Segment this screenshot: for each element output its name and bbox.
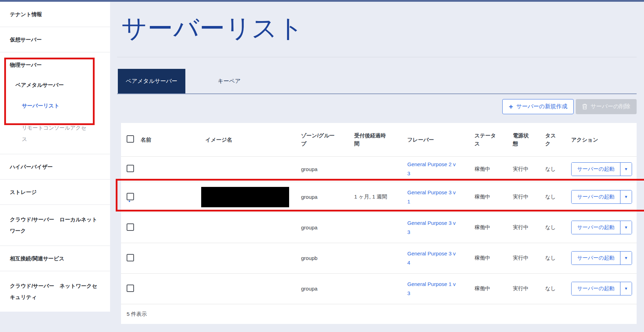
select-all-checkbox[interactable] <box>127 135 134 143</box>
cell-elapsed <box>354 243 407 273</box>
cell-status: 稼働中 <box>474 182 513 212</box>
row-checkbox[interactable] <box>127 285 134 292</box>
delete-server-button[interactable]: サーバーの削除 <box>576 99 637 114</box>
sidebar-item-baremetal-server[interactable]: ベアメタルサーバー <box>0 82 100 88</box>
cell-power: 実行中 <box>513 243 545 273</box>
header-status: ステータス <box>474 131 498 148</box>
cell-zone: groupa <box>301 212 354 243</box>
cell-action: サーバーの起動 ▼ <box>571 182 637 212</box>
server-start-button[interactable]: サーバーの起動 <box>572 282 620 295</box>
sidebar-item-server-list[interactable]: サーバーリスト <box>0 102 100 109</box>
flavor-link[interactable]: 1 <box>407 197 466 206</box>
cell-task: なし <box>545 273 571 304</box>
cell-task: なし <box>545 156 571 182</box>
caret-down-icon: ▼ <box>624 287 628 291</box>
row-checkbox[interactable] <box>127 165 134 172</box>
redacted-image-name <box>201 187 289 207</box>
cell-zone: groupa <box>301 156 354 182</box>
flavor-link[interactable]: General Purpose 2 v <box>407 160 466 169</box>
server-start-button[interactable]: サーバーの起動 <box>572 190 620 203</box>
cell-power: 実行中 <box>513 273 545 304</box>
header-power-state: 電源状態 <box>513 131 531 148</box>
cell-status: 稼働中 <box>474 273 513 304</box>
row-checkbox[interactable] <box>127 223 134 231</box>
sidebar-section: ハイパーバイザー <box>0 154 110 180</box>
cell-zone: groupa <box>301 182 354 212</box>
table-row: groupa General Purpose 1 v 3 稼働中 実行中 なし … <box>121 273 637 304</box>
action-dropdown-button[interactable]: ▼ <box>620 252 632 265</box>
server-start-button[interactable]: サーバーの起動 <box>572 221 620 234</box>
cell-elapsed <box>354 212 407 243</box>
cell-status: 稼働中 <box>474 212 513 243</box>
server-start-button[interactable]: サーバーの起動 <box>572 252 620 265</box>
create-server-button[interactable]: + サーバーの新規作成 <box>502 99 573 114</box>
flavor-link[interactable]: 3 <box>407 228 466 237</box>
sidebar-section: 物理サーバー ベアメタルサーバー サーバーリスト リモートコンソールアクセス <box>0 52 110 154</box>
sidebar-item-interconnect-services[interactable]: 相互接続/関連サービス <box>0 255 100 262</box>
sidebar-item-remote-console-access[interactable]: リモートコンソールアクセス <box>0 122 88 145</box>
cell-status: 稼働中 <box>474 243 513 273</box>
cell-name <box>141 212 205 243</box>
table-row: groupa General Purpose 2 v 3 稼働中 実行中 なし … <box>121 156 637 182</box>
cell-flavor: General Purpose 3 v 3 <box>407 212 474 243</box>
cell-flavor: General Purpose 3 v 1 <box>407 182 474 212</box>
sidebar-item-network-security[interactable]: クラウド/サーバー ネットワークセキュリティ <box>0 280 100 303</box>
caret-down-icon: ▼ <box>624 226 628 229</box>
cell-elapsed <box>354 156 407 182</box>
server-table: 名前 イメージ名 ゾーン/グループ 受付後経過時間 フレーバー ステータス 電源… <box>121 123 637 304</box>
cell-elapsed: 1 ヶ月, 1 週間 <box>354 182 407 212</box>
delete-server-label: サーバーの削除 <box>591 103 630 110</box>
cell-power: 実行中 <box>513 212 545 243</box>
cell-image-name <box>205 156 301 182</box>
sidebar-item-hypervisor[interactable]: ハイパーバイザー <box>0 163 100 170</box>
sidebar-item-storage[interactable]: ストレージ <box>0 189 100 195</box>
sidebar-section: テナント情報 <box>0 2 110 27</box>
cell-task: なし <box>545 182 571 212</box>
action-dropdown-button[interactable]: ▼ <box>620 282 632 295</box>
cell-power: 実行中 <box>513 156 545 182</box>
header-elapsed-time: 受付後経過時間 <box>354 131 389 148</box>
cell-flavor: General Purpose 1 v 3 <box>407 273 474 304</box>
table-row-highlighted: groupa 1 ヶ月, 1 週間 General Purpose 3 v 1 … <box>121 182 637 212</box>
action-dropdown-button[interactable]: ▼ <box>620 190 632 203</box>
header-task: タスク <box>545 131 558 148</box>
cell-name <box>141 182 205 212</box>
server-start-button[interactable]: サーバーの起動 <box>572 163 620 176</box>
sidebar-section: クラウド/サーバー ローカルネットワーク <box>0 205 110 246</box>
row-checkbox[interactable] <box>127 254 134 261</box>
row-count-label: 5 件表示 <box>121 304 637 327</box>
row-checkbox[interactable] <box>127 193 134 200</box>
cell-elapsed <box>354 273 407 304</box>
tab-keypair[interactable]: キーペア <box>202 69 257 93</box>
flavor-link[interactable]: General Purpose 3 v <box>407 219 466 228</box>
flavor-link[interactable]: General Purpose 1 v <box>407 280 466 289</box>
action-dropdown-button[interactable]: ▼ <box>620 163 632 176</box>
page-title: サーバーリスト <box>121 14 304 42</box>
main-content: サーバーリスト ベアメタルサーバー キーペア + サーバーの新規作成 サーバーの… <box>110 2 644 332</box>
cell-status: 稼働中 <box>474 156 513 182</box>
sidebar-section: クラウド/サーバー ネットワークセキュリティ <box>0 271 110 312</box>
sidebar-item-tenant-info[interactable]: テナント情報 <box>0 11 100 18</box>
cell-image-name <box>205 182 301 212</box>
sidebar-item-physical-server[interactable]: 物理サーバー <box>0 61 100 68</box>
flavor-link[interactable]: 3 <box>407 289 466 298</box>
header-action: アクション <box>571 136 598 144</box>
toolbar: + サーバーの新規作成 サーバーの削除 <box>502 99 637 114</box>
flavor-link[interactable]: General Purpose 3 v <box>407 188 466 197</box>
header-image-name: イメージ名 <box>205 136 232 144</box>
flavor-link[interactable]: 3 <box>407 169 466 178</box>
tab-baremetal-server[interactable]: ベアメタルサーバー <box>118 69 185 93</box>
cell-task: なし <box>545 243 571 273</box>
create-server-label: サーバーの新規作成 <box>516 103 567 110</box>
sidebar-item-virtual-server[interactable]: 仮想サーバー <box>0 36 100 43</box>
redacted-name-link-dot <box>129 201 130 202</box>
sidebar-item-local-network[interactable]: クラウド/サーバー ローカルネットワーク <box>0 214 100 236</box>
action-dropdown-button[interactable]: ▼ <box>620 221 632 234</box>
cell-flavor: General Purpose 3 v 4 <box>407 243 474 273</box>
flavor-link[interactable]: General Purpose 3 v <box>407 249 466 258</box>
sidebar-section: ストレージ <box>0 180 110 205</box>
cell-image-name <box>205 243 301 273</box>
sidebar-section: 仮想サーバー <box>0 27 110 52</box>
flavor-link[interactable]: 4 <box>407 258 466 267</box>
caret-down-icon: ▼ <box>624 195 628 199</box>
